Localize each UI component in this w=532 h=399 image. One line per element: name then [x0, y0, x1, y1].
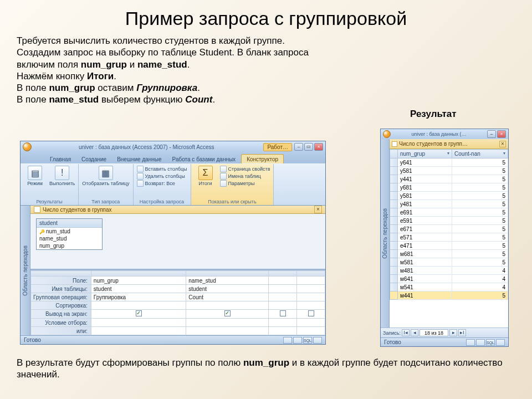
column-selector[interactable] — [186, 271, 269, 277]
source-table-box[interactable]: student num_studname_studnum_grup — [36, 218, 103, 250]
table-row[interactable]: е5915 — [390, 217, 508, 225]
ribbon-button[interactable]: ΣИтоги — [195, 166, 217, 186]
cell-num-grup[interactable]: у681 — [398, 183, 452, 192]
grid-cell[interactable] — [297, 285, 325, 293]
cell-count[interactable]: 4 — [452, 275, 508, 283]
table-row[interactable]: у4815 — [390, 200, 508, 208]
view-button-1[interactable] — [283, 337, 292, 344]
document-tab[interactable]: Число студентов в групп… × — [390, 139, 508, 149]
grid-cell[interactable] — [269, 293, 297, 301]
row-selector[interactable] — [390, 250, 398, 258]
table-row[interactable]: м6414 — [390, 275, 508, 283]
row-selector[interactable] — [390, 183, 398, 192]
cell-count[interactable]: 5 — [452, 225, 508, 233]
ribbon-tab[interactable]: Работа с базами данных — [167, 155, 241, 163]
maximize-button[interactable]: ▭ — [304, 143, 313, 151]
result-datasheet[interactable]: num_grup▾Count-nan▾ у6415у5815у4415у6815… — [390, 149, 508, 300]
office-orb-icon[interactable] — [23, 142, 32, 151]
column-selector[interactable] — [91, 271, 186, 277]
dropdown-icon[interactable]: ▾ — [503, 151, 505, 156]
office-orb-icon[interactable] — [383, 130, 391, 138]
nav-first-button[interactable]: I◂ — [402, 329, 410, 336]
dropdown-icon[interactable]: ▾ — [447, 151, 449, 156]
table-field[interactable]: name_stud — [37, 235, 102, 242]
view-button-2[interactable] — [476, 339, 485, 346]
grid-cell[interactable] — [269, 327, 297, 335]
ribbon-small-button[interactable]: Имена таблиц — [220, 173, 270, 180]
view-button-2[interactable] — [293, 337, 302, 344]
row-selector[interactable] — [390, 158, 398, 167]
close-button[interactable]: × — [497, 130, 506, 138]
ribbon-button[interactable]: ▦Отобразить таблицу — [82, 166, 129, 186]
grid-cell[interactable] — [186, 327, 269, 335]
cell-count[interactable]: 5 — [452, 233, 508, 242]
grid-cell[interactable] — [297, 301, 325, 310]
row-selector[interactable] — [390, 267, 398, 275]
column-selector[interactable] — [269, 271, 297, 277]
table-row[interactable]: е6715 — [390, 225, 508, 233]
cell-num-grup[interactable]: м581 — [398, 258, 452, 267]
ribbon-tab[interactable]: Главная — [45, 155, 76, 163]
grid-cell[interactable] — [186, 319, 269, 327]
column-header[interactable]: num_grup▾ — [398, 150, 452, 158]
grid-cell[interactable]: Группировка — [91, 293, 186, 301]
cell-num-grup[interactable]: м681 — [398, 250, 452, 258]
cell-count[interactable]: 5 — [452, 200, 508, 208]
show-checkbox[interactable] — [308, 310, 314, 316]
cell-count[interactable]: 5 — [452, 258, 508, 267]
show-checkbox[interactable] — [280, 310, 286, 316]
row-selector[interactable] — [390, 242, 398, 250]
table-row[interactable]: у5815 — [390, 167, 508, 175]
ribbon-small-button[interactable]: Возврат: Все — [137, 180, 187, 187]
row-selector[interactable] — [390, 258, 398, 267]
navigation-pane-collapsed[interactable]: Область переходов — [381, 139, 390, 328]
grid-cell[interactable] — [186, 310, 269, 319]
grid-cell[interactable] — [269, 301, 297, 310]
cell-count[interactable]: 4 — [452, 283, 508, 291]
table-row[interactable]: м5815 — [390, 258, 508, 267]
row-selector[interactable] — [390, 225, 398, 233]
query-design-grid[interactable]: Поле:num_grupname_studИмя таблицы:studen… — [30, 270, 325, 335]
table-field[interactable]: num_stud — [37, 228, 102, 235]
grid-cell[interactable]: student — [186, 285, 269, 293]
grid-cell[interactable] — [91, 327, 186, 335]
table-row[interactable]: м4415 — [390, 291, 508, 300]
grid-cell[interactable]: name_stud — [186, 277, 269, 285]
table-row[interactable]: у5815 — [390, 192, 508, 200]
cell-num-grup[interactable]: е571 — [398, 233, 452, 242]
grid-cell[interactable] — [269, 319, 297, 327]
row-selector[interactable] — [390, 167, 398, 175]
ribbon-tab[interactable]: Конструктор — [241, 154, 284, 163]
cell-count[interactable]: 5 — [452, 291, 508, 300]
minimize-button[interactable]: – — [294, 143, 303, 151]
cell-num-grup[interactable]: м641 — [398, 275, 452, 283]
grid-cell[interactable] — [91, 319, 186, 327]
cell-num-grup[interactable]: м441 — [398, 291, 452, 300]
row-selector[interactable] — [390, 208, 398, 217]
cell-num-grup[interactable]: м481 — [398, 267, 452, 275]
grid-cell[interactable] — [186, 301, 269, 310]
table-field[interactable]: num_grup — [37, 242, 102, 249]
table-row[interactable]: у6415 — [390, 158, 508, 167]
grid-cell[interactable]: num_grup — [91, 277, 186, 285]
view-button-1[interactable] — [466, 339, 475, 346]
grid-cell[interactable] — [269, 310, 297, 319]
tab-close-button[interactable]: × — [314, 206, 322, 213]
grid-cell[interactable] — [297, 293, 325, 301]
cell-count[interactable]: 5 — [452, 217, 508, 225]
row-selector[interactable] — [390, 283, 398, 291]
view-button-4[interactable] — [496, 339, 505, 346]
table-row[interactable]: у6815 — [390, 183, 508, 192]
ribbon-button[interactable]: !Выполнить — [49, 166, 75, 186]
cell-count[interactable]: 5 — [452, 158, 508, 167]
cell-count[interactable]: 5 — [452, 208, 508, 217]
grid-cell[interactable]: Count — [186, 293, 269, 301]
ribbon-tab[interactable]: Внешние данные — [112, 155, 166, 163]
cell-num-grup[interactable]: е671 — [398, 225, 452, 233]
column-header[interactable]: Count-nan▾ — [452, 150, 508, 158]
table-row[interactable]: м5414 — [390, 283, 508, 291]
ribbon-small-button[interactable]: Вставить столбцы — [137, 166, 187, 172]
cell-count[interactable]: 5 — [452, 183, 508, 192]
row-selector[interactable] — [390, 200, 398, 208]
close-button[interactable]: × — [314, 143, 323, 151]
